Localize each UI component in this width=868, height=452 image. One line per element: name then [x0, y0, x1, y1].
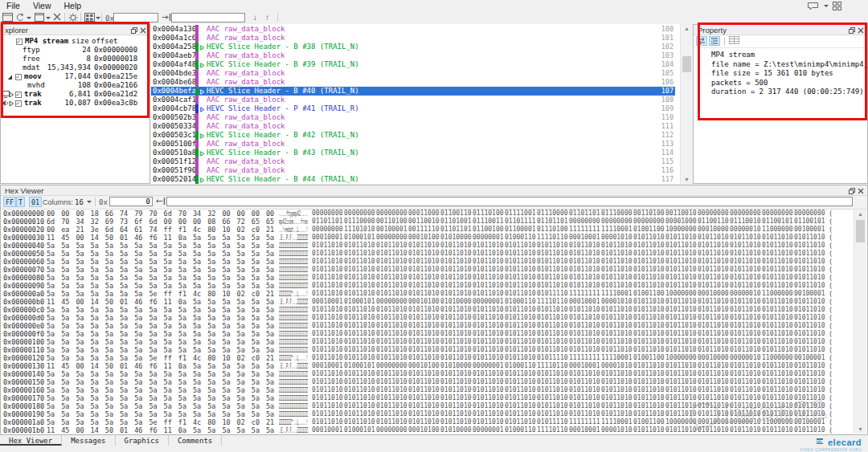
hex-scrollbar[interactable]: ▲ ▼ — [854, 210, 866, 434]
goto-address-icon[interactable] — [156, 197, 167, 206]
scroll-down-icon[interactable]: ▼ — [857, 426, 864, 433]
tab-graphics[interactable]: Graphics — [116, 435, 169, 446]
tree-row-free[interactable]: free80x00000018 — [1, 55, 149, 63]
syntax-row[interactable]: 0x00051f90AAC raw_data_block — [151, 166, 656, 175]
hex-dump[interactable]: 0x0000000000000018667479706d703432000000… — [2, 210, 854, 434]
columns-dropdown-caret[interactable] — [87, 201, 92, 203]
scrollbar-thumb[interactable] — [856, 220, 865, 242]
syntax-row[interactable]: 0x0004bde3AAC raw_data_block — [151, 69, 656, 78]
hex-row[interactable]: 0x0000002000ea213e6d646174fff14c801002c0… — [2, 226, 854, 234]
table-view-icon[interactable] — [729, 36, 740, 46]
syntax-row[interactable]: 0x0004a130AAC raw_data_block — [151, 25, 656, 34]
float-panel-icon[interactable] — [849, 26, 856, 34]
hex-row[interactable]: 0x000000a05a5a5a5a5a5a5a5efff14c801002c0… — [2, 290, 854, 298]
explorer-panel-title-bar[interactable]: xplorer — [1, 25, 149, 35]
filter-dropdown-caret[interactable] — [96, 17, 100, 19]
hex-row[interactable]: 0x000001805a5a5a5a5a5a5a5a5a5a5a5a5a5a5a… — [2, 402, 854, 410]
search-input[interactable] — [171, 13, 245, 22]
hex-row[interactable]: 0x000000805a5a5a5a5a5a5a5a5a5a5a5a5a5a5a… — [2, 274, 854, 282]
expander-collapsed-icon[interactable] — [9, 100, 14, 109]
window-dropdown-caret[interactable] — [46, 17, 51, 19]
tree-row-ftyp[interactable]: ftyp240x00000000 — [1, 46, 149, 55]
tree-row-mdat[interactable]: mdat15,343,9340x00000020 — [1, 63, 149, 72]
hex-row[interactable]: 0x000000d05a5a5a5a5a5a5a5a5a5a5a5a5a5a5a… — [2, 314, 854, 322]
reload-icon[interactable] — [15, 13, 27, 22]
syntax-row[interactable]: 0x0005100fAAC raw_data_block — [151, 140, 656, 149]
scroll-down-icon[interactable]: ▼ — [683, 176, 690, 183]
hex-row[interactable]: 0x000001a05a5a5a5a5a5a5a5efff14c801002c0… — [2, 418, 854, 426]
find-prev-icon[interactable]: ↑ — [265, 13, 269, 22]
checkbox[interactable] — [16, 39, 23, 45]
syntax-row[interactable]: 0x000510a8HEVC Slice Header - B #43 (TRA… — [151, 149, 656, 157]
tree-row-mvhd[interactable]: mvhd1080x00ea2166 — [1, 81, 149, 90]
menu-item-view[interactable]: View — [27, 0, 58, 10]
syntax-row[interactable]: 0x0004aeb7AAC raw_data_block — [151, 51, 656, 60]
hex-row[interactable]: 0x000001905a5a5a5a5a5a5a5a5a5a5a5a5a5a5a… — [2, 410, 854, 418]
checkbox[interactable] — [15, 74, 22, 80]
scroll-up-icon[interactable]: ▲ — [857, 210, 864, 218]
tab-messages[interactable]: Messages — [62, 435, 115, 446]
hex-row[interactable]: 0x000001605a5a5a5a5a5a5a5a5a5a5a5a5a5a5a… — [2, 386, 854, 394]
hex-row[interactable]: 0x000000e05a5a5a5a5a5a5a5a5a5a5a5a5a5a5a… — [2, 322, 854, 330]
tree-row-trak[interactable]: trak10,0870x00ea3c8b — [1, 99, 149, 108]
goto-address-input[interactable] — [113, 13, 158, 22]
tree-row-trak[interactable]: trak6,8410x00ea21d2 — [1, 90, 149, 99]
hex-toggle-ff[interactable]: FF — [3, 197, 16, 207]
hex-row[interactable]: 0x000001705a5a5a5a5a5a5a5a5a5a5a5a5a5a5a… — [2, 394, 854, 402]
comment-bubble-icon[interactable] — [807, 2, 821, 10]
hex-row[interactable]: 0x0000000000000018667479706d703432000000… — [2, 210, 854, 218]
hex-toggle-01[interactable]: 01 — [29, 197, 42, 207]
layout-grid-icon[interactable] — [833, 2, 842, 10]
hex-row[interactable]: 0x000000905a5a5a5a5a5a5a5a5a5a5a5a5a5a5a… — [2, 282, 854, 290]
hex-row[interactable]: 0x0000013011450014500146f6110a5a5a5a5a5a… — [2, 362, 854, 370]
hex-row[interactable]: 0x000000106d70343269736f6d00000008667265… — [2, 218, 854, 226]
reload-dropdown-caret[interactable] — [27, 17, 31, 19]
syntax-row[interactable]: 0x0004cb78HEVC Slice Header - P #41 (TRA… — [151, 104, 656, 113]
hex-row[interactable]: 0x000000705a5a5a5a5a5a5a5a5a5a5a5a5a5a5a… — [2, 266, 854, 274]
tree-row-moov[interactable]: moov17,0440x00ea215e — [1, 72, 149, 81]
find-next-icon[interactable]: ↓ — [253, 13, 257, 22]
hex-toggle-t[interactable]: T — [16, 197, 25, 207]
dock-window-icon[interactable] — [2, 13, 14, 22]
syntax-row[interactable]: 0x00051f12AAC raw_data_block — [151, 157, 656, 166]
settings-gear-icon[interactable] — [68, 13, 80, 22]
hex-row[interactable]: 0x000000605a5a5a5a5a5a5a5a5a5a5a5a5a5a5a… — [2, 258, 854, 266]
menu-item-help[interactable]: Help — [58, 0, 88, 10]
expander-collapsed-icon[interactable] — [200, 177, 205, 184]
hex-row[interactable]: 0x000000f05a5a5a5a5a5a5a5a5a5a5a5a5a5a5a… — [2, 330, 854, 338]
syntax-row[interactable]: 0x0004a1c6AAC raw_data_block — [151, 34, 656, 43]
syntax-row[interactable]: 0x00052014HEVC Slice Header - B #44 (TRA… — [151, 175, 656, 184]
hex-row[interactable]: 0x000000c05a5a5a5a5a5a5a5a5a5a5a5a5a5a5a… — [2, 306, 854, 314]
hex-row[interactable]: 0x000001b011450014500146f6110a5a5a5a5a5a… — [2, 426, 854, 434]
scroll-up-icon[interactable]: ▲ — [683, 25, 690, 32]
scrollbar-thumb[interactable] — [682, 56, 691, 72]
tree-mode-icon[interactable] — [709, 36, 720, 46]
checkbox[interactable] — [15, 92, 22, 98]
syntax-row[interactable]: 0x000503c1HEVC Slice Header - B #42 (TRA… — [151, 131, 656, 140]
new-window-icon[interactable] — [35, 13, 46, 22]
hex-search-input[interactable] — [166, 197, 853, 206]
hex-row[interactable]: 0x000001005a5a5a5a5a5a5a5a5a5a5a5a5a5a5a… — [2, 338, 854, 346]
syntax-row[interactable]: 0x0004befaHEVC Slice Header - B #40 (TRA… — [151, 87, 656, 96]
hex-viewer-title-bar[interactable]: Hex Viewer — [1, 185, 867, 196]
columns-select[interactable]: 16 — [75, 198, 84, 206]
hex-row[interactable]: 0x000000505a5a5a5a5a5a5a5a5a5a5a5a5a5a5a… — [2, 250, 854, 258]
hex-row[interactable]: 0x000001405a5a5a5a5a5a5a5a5a5a5a5a5a5a5a… — [2, 370, 854, 378]
hex-row[interactable]: 0x0000003011450014500146f6110a5a5a5a5a5a… — [2, 234, 854, 242]
syntax-row[interactable]: 0x0004a258HEVC Slice Header - B #38 (TRA… — [151, 43, 656, 51]
hex-row[interactable]: 0x000001505a5a5a5a5a5a5a5a5a5a5a5a5a5a5a… — [2, 378, 854, 386]
close-icon[interactable] — [53, 13, 64, 22]
close-panel-icon[interactable] — [858, 26, 865, 34]
syntax-row[interactable]: 0x000502b3AAC raw_data_block — [151, 113, 656, 122]
float-panel-icon[interactable] — [131, 26, 138, 34]
tab-comments[interactable]: Comments — [169, 435, 222, 446]
filter-film-icon[interactable] — [84, 13, 96, 22]
property-panel-title-bar[interactable]: Property — [694, 25, 867, 35]
tab-hex-viewer[interactable]: Hex Viewer — [0, 435, 62, 446]
close-panel-icon[interactable] — [858, 187, 865, 194]
close-panel-icon[interactable] — [140, 26, 147, 34]
syntax-row[interactable]: 0x0004af48HEVC Slice Header - B #39 (TRA… — [151, 60, 656, 69]
syntax-row[interactable]: 0x00050334AAC raw_data_block — [151, 122, 656, 131]
syntax-row[interactable]: 0x0004be68AAC raw_data_block — [151, 78, 656, 87]
hex-row[interactable]: 0x000001205a5a5a5a5a5a5a5efff14c801002c0… — [2, 354, 854, 362]
